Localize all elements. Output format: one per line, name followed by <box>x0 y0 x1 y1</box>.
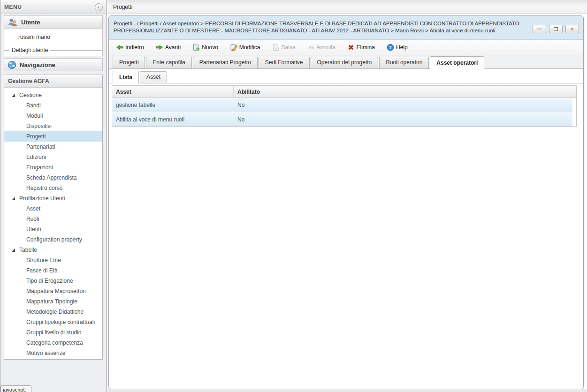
outer-tabbar: Progetti <box>107 0 587 14</box>
sidebar-item-gruppi-tipologie-contrattuali[interactable]: Gruppi tipologie contrattuali <box>4 317 102 327</box>
nav-tree: GestioneBandiModuliDispositiviProgettiPa… <box>4 88 102 358</box>
sidebar-item-bandi[interactable]: Bandi <box>4 100 102 111</box>
sidebar-item-utenti[interactable]: Utenti <box>4 224 102 234</box>
toolbar-button-label: Help <box>396 44 408 51</box>
tree-item-label: Gestione <box>19 92 42 98</box>
elimina-button[interactable]: Elimina <box>345 42 377 53</box>
tabstrip: ProgettiEnte capofilaPartenariati Proget… <box>109 55 583 69</box>
tree-item-label: Gruppi livello di studio <box>26 329 81 336</box>
sidebar-item-mappatura-tipologie[interactable]: Mappatura Tipologie <box>4 296 102 307</box>
cell-asset: Abilita al voce di menu ruoli <box>112 113 234 126</box>
toolbar-button-label: Elimina <box>357 44 375 51</box>
tree-item-label: Profilazione Utenti <box>19 195 65 202</box>
modifica-button[interactable]: Modifica <box>228 42 263 53</box>
navigation-panel-title: Navigazione <box>20 61 55 68</box>
subtabstrip: ListaAsset <box>109 69 583 83</box>
sidebar-item-edizioni[interactable]: Edizioni <box>4 152 102 162</box>
sidebar-item-moduli[interactable]: Moduli <box>4 111 102 121</box>
tree-item-label: Metodologie Didattiche <box>26 309 84 315</box>
tab-progetti[interactable]: Progetti <box>113 57 145 68</box>
svg-text:?: ? <box>389 45 392 50</box>
main-area: Progetti Progetti - / Progetti / Asset o… <box>107 0 587 392</box>
tree-item-label: Bandi <box>26 102 41 109</box>
table-row[interactable]: Abilita al voce di menu ruoliNo <box>112 112 576 126</box>
close-button[interactable]: ✕ <box>565 25 579 33</box>
maximize-button[interactable] <box>549 25 563 33</box>
grid-rows: gestione tabelleNoAbilita al voce di men… <box>112 98 576 126</box>
sidebar-item-profilazione-utenti[interactable]: Profilazione Utenti <box>4 193 102 204</box>
cell-abilitato: No <box>234 113 576 126</box>
page-edit-icon <box>230 44 237 51</box>
tree-item-label: Gruppi tipologie contrattuali <box>26 319 95 325</box>
sidebar-item-configuration-property[interactable]: Configuration property <box>4 234 102 245</box>
sidebar-item-mappatura-macrosettori[interactable]: Mappatura Macrosettori <box>4 286 102 296</box>
arrow-left-green-icon <box>116 44 123 51</box>
tab-operatori-del-progetto[interactable]: Operatori del progetto <box>311 57 379 68</box>
tab-ente-capofila[interactable]: Ente capofila <box>146 57 191 68</box>
sidebar-item-tipo-di-erogazione[interactable]: Tipo di Erogazione <box>4 276 102 286</box>
nuovo-button[interactable]: Nuovo <box>190 42 221 53</box>
tree-expander-icon[interactable] <box>12 94 15 97</box>
sidebar-item-categoria-competenza[interactable]: Categoria competenza <box>4 338 102 348</box>
tree-item-label: Erogazioni <box>26 164 53 171</box>
tab-partenariati-progetto[interactable]: Partenariati Progetto <box>193 57 258 68</box>
sidebar-item-metodologie-didattiche[interactable]: Metodologie Didattiche <box>4 307 102 317</box>
grid-header: AssetAbilitato <box>112 86 576 98</box>
sidebar-item-erogazioni[interactable]: Erogazioni <box>4 162 102 173</box>
user-details-fieldset: Dettagli utente <box>4 46 102 54</box>
subtab-asset[interactable]: Asset <box>140 71 167 83</box>
tree-item-label: Mappatura Tipologie <box>26 298 77 305</box>
toolbar: IndietroAvantiNuovoModificaSalvaAnnullaE… <box>109 40 583 55</box>
tab-asset-operatori[interactable]: Asset operatori <box>430 56 484 69</box>
tree-item-label: Fasce di Età <box>26 267 58 274</box>
column-header-abilitato[interactable]: Abilitato <box>234 86 576 98</box>
sidebar-item-motivo-assenze[interactable]: Motivo assenze <box>4 348 102 358</box>
page-add-icon <box>192 44 200 51</box>
tree-item-label: Ruoli <box>26 216 39 222</box>
tree-root-title: Gestione AGFA <box>4 75 102 88</box>
sidebar-item-registro-corso[interactable]: Registro corso <box>4 183 102 193</box>
column-header-asset[interactable]: Asset <box>112 86 234 98</box>
user-panel-header[interactable]: Utente <box>4 16 102 29</box>
avanti-button[interactable]: Avanti <box>153 42 183 53</box>
sidebar-item-partenariati[interactable]: Partenariati <box>4 142 102 152</box>
tree-item-label: Tabelle <box>19 247 37 253</box>
tab-sedi-formative[interactable]: Sedi Formative <box>259 57 310 68</box>
tree-item-label: Motivo assenze <box>26 350 65 356</box>
outer-tab-progetti[interactable]: Progetti <box>107 4 132 10</box>
tree-item-label: Progetti <box>26 133 46 140</box>
tree-item-label: Partenariati <box>26 143 55 150</box>
toolbar-button-label: Nuovo <box>202 44 218 51</box>
navigation-panel-header[interactable]: Navigazione <box>4 59 102 71</box>
tree-expander-icon[interactable] <box>12 249 15 252</box>
sidebar-item-fasce-di-et[interactable]: Fasce di Età <box>4 265 102 276</box>
collapse-sidebar-icon[interactable]: ‹ <box>95 3 103 11</box>
window-header: Progetti - / Progetti / Asset operatori … <box>109 16 583 40</box>
cell-asset: gestione tabelle <box>112 98 234 112</box>
asset-grid: AssetAbilitato gestione tabelleNoAbilita… <box>112 85 577 127</box>
tab-ruoli-operatori[interactable]: Ruoli operatori <box>379 57 429 68</box>
user-details-toggle[interactable]: Dettagli utente <box>9 47 50 53</box>
indietro-button[interactable]: Indietro <box>114 42 146 53</box>
sidebar-item-strutture-ente[interactable]: Strutture Ente <box>4 255 102 265</box>
help-button[interactable]: ?Help <box>384 42 410 53</box>
scrollbar-gutter[interactable] <box>572 98 576 126</box>
sidebar-item-gruppi-livello-di-studio[interactable]: Gruppi livello di studio <box>4 327 102 338</box>
tree-item-label: Categoria competenza <box>26 339 83 346</box>
toolbar-button-label: Indietro <box>125 44 144 51</box>
navigation-tree-panel: Gestione AGFA GestioneBandiModuliDisposi… <box>4 75 103 360</box>
table-row[interactable]: gestione tabelleNo <box>112 98 576 112</box>
tree-expander-icon[interactable] <box>12 197 15 200</box>
toolbar-button-label: Salva <box>282 44 296 51</box>
undo-arrow-icon <box>307 44 315 51</box>
sidebar-item-gestione[interactable]: Gestione <box>4 90 102 100</box>
sidebar-item-tabelle[interactable]: Tabelle <box>4 245 102 255</box>
sidebar-item-dispositivi[interactable]: Dispositivi <box>4 121 102 131</box>
sidebar-item-scheda-apprendista[interactable]: Scheda Apprendista <box>4 173 102 183</box>
sidebar-item-progetti[interactable]: Progetti <box>4 131 102 142</box>
annulla-button: Annulla <box>305 42 338 53</box>
minimize-button[interactable]: — <box>533 25 546 33</box>
subtab-lista[interactable]: Lista <box>113 71 139 83</box>
sidebar-item-asset[interactable]: Asset <box>4 204 102 214</box>
sidebar-item-ruoli[interactable]: Ruoli <box>4 214 102 224</box>
